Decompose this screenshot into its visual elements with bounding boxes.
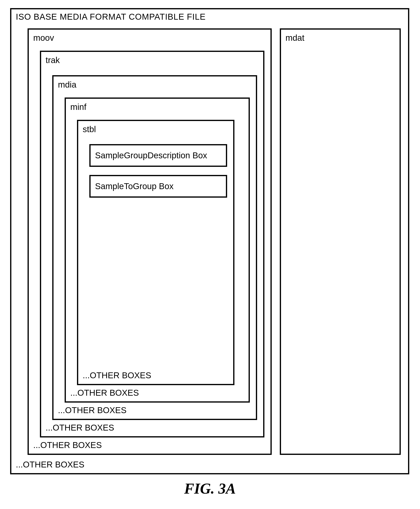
mdat-label: mdat bbox=[281, 30, 399, 45]
sample-group-description-box: SampleGroupDescription Box bbox=[89, 144, 227, 167]
moov-box: moov trak mdia minf bbox=[28, 28, 272, 455]
trak-other-boxes: ...OTHER BOXES bbox=[41, 420, 263, 436]
stbl-other-boxes: ...OTHER BOXES bbox=[78, 368, 233, 384]
trak-box: trak mdia minf bbox=[40, 51, 264, 437]
sample-to-group-box: SampleToGroup Box bbox=[89, 175, 227, 198]
mdia-label: mdia bbox=[53, 76, 256, 91]
file-box: ISO BASE MEDIA FORMAT COMPATIBLE FILE mo… bbox=[10, 8, 409, 474]
figure-caption: FIG. 3A bbox=[10, 480, 410, 497]
file-other-boxes: ...OTHER BOXES bbox=[11, 457, 408, 473]
trak-label: trak bbox=[41, 52, 263, 67]
moov-label: moov bbox=[29, 30, 270, 45]
stbl-label: stbl bbox=[78, 121, 233, 136]
moov-other-boxes: ...OTHER BOXES bbox=[29, 437, 270, 454]
minf-other-boxes: ...OTHER BOXES bbox=[66, 385, 249, 401]
file-title: ISO BASE MEDIA FORMAT COMPATIBLE FILE bbox=[11, 9, 408, 26]
mdia-other-boxes: ...OTHER BOXES bbox=[53, 403, 256, 419]
mdia-box: mdia minf stbl bbox=[52, 75, 257, 420]
stbl-box: stbl SampleGroupDescription Box SampleTo… bbox=[77, 120, 234, 385]
minf-label: minf bbox=[66, 99, 249, 114]
minf-box: minf stbl SampleGroupDescription Box Sam… bbox=[65, 98, 250, 403]
mdat-box: mdat bbox=[280, 28, 401, 455]
